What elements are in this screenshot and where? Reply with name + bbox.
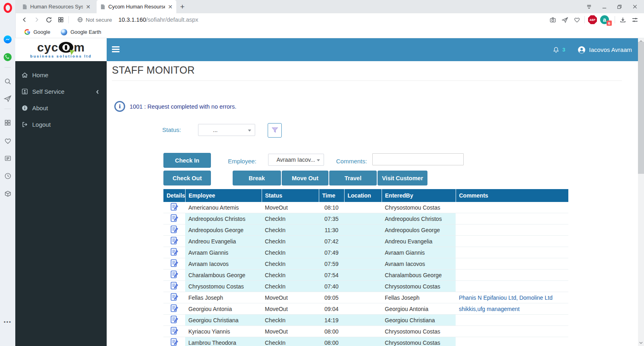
myflow-send-icon[interactable] <box>3 94 12 103</box>
edit-details-icon[interactable] <box>171 282 178 290</box>
scrollbar-thumb[interactable] <box>638 42 644 174</box>
tab-close-icon[interactable]: ✕ <box>86 4 91 10</box>
edit-details-icon[interactable] <box>171 270 178 278</box>
edit-details-icon[interactable] <box>171 225 178 233</box>
row-details-button[interactable] <box>163 236 185 247</box>
staff-row: Chrysostomou CostasCheckIn07:40Chrysosto… <box>163 281 568 292</box>
visit-customer-button[interactable]: Visit Customer <box>378 171 427 185</box>
download-icon[interactable] <box>617 14 629 25</box>
restore-icon[interactable] <box>612 0 627 13</box>
sidebar-item-home[interactable]: Home <box>15 67 107 83</box>
close-icon[interactable] <box>627 0 642 13</box>
status-select[interactable]: ... <box>198 124 255 136</box>
cell-enteredby: Fellas Joseph <box>382 292 456 303</box>
back-icon[interactable] <box>19 14 31 25</box>
cycom-logo[interactable]: cyc m business solutions ltd <box>15 38 107 61</box>
reload-icon[interactable] <box>43 14 55 25</box>
tab-close-icon[interactable]: ✕ <box>168 4 173 10</box>
cell-enteredby: Andreopoulos Christos <box>382 213 456 224</box>
edit-details-icon[interactable] <box>171 237 178 245</box>
row-details-button[interactable] <box>163 292 185 303</box>
chevron-left-icon <box>94 89 101 95</box>
favorite-heart-icon[interactable] <box>571 14 583 25</box>
tune-icon[interactable] <box>629 14 641 25</box>
cell-status: CheckIn <box>262 337 319 346</box>
bookmarks-heart-icon[interactable] <box>3 136 12 145</box>
address-bar[interactable]: Not secure 10.3.1.160/sofiahr/default.as… <box>77 16 547 23</box>
row-details-button[interactable] <box>163 213 185 224</box>
notifications-button[interactable]: 3 <box>553 46 565 54</box>
cell-status: CheckIn <box>262 270 319 281</box>
avast-extension-icon[interactable]: a6 <box>599 14 611 25</box>
row-details-button[interactable] <box>163 315 185 326</box>
filter-button[interactable] <box>268 123 282 138</box>
adblock-extension-icon[interactable]: ABP <box>586 14 599 25</box>
tab-search-icon[interactable] <box>581 0 597 13</box>
extensions-box-icon[interactable] <box>3 189 12 198</box>
employee-label: Employee: <box>227 158 256 165</box>
opera-logo[interactable] <box>4 3 12 13</box>
edit-details-icon[interactable] <box>171 304 178 312</box>
travel-button[interactable]: Travel <box>329 171 377 185</box>
row-details-button[interactable] <box>163 270 185 281</box>
edit-details-icon[interactable] <box>171 248 178 256</box>
news-icon[interactable] <box>3 154 12 163</box>
break-button[interactable]: Break <box>233 171 281 185</box>
tab-hr-system[interactable]: Human Resources System - ✕ <box>19 0 94 13</box>
edit-details-icon[interactable] <box>171 259 178 267</box>
cell-time: 07:35 <box>319 213 344 224</box>
history-clock-icon[interactable] <box>3 171 12 180</box>
hamburger-menu-icon[interactable] <box>112 46 120 52</box>
minimize-icon[interactable] <box>597 0 612 13</box>
self-service-icon <box>21 88 28 95</box>
whatsapp-icon[interactable] <box>3 53 12 62</box>
row-details-button[interactable] <box>163 258 185 270</box>
edit-details-icon[interactable] <box>171 214 178 222</box>
staff-row: Americanou ArtemisMoveOut08:10Chrysostom… <box>163 202 568 213</box>
row-details-button[interactable] <box>163 247 185 258</box>
scroll-down-icon[interactable] <box>638 340 644 345</box>
staff-row: Kyriacou YiannisMoveOut08:00Chrysostomou… <box>163 326 568 337</box>
forward-icon[interactable] <box>31 14 43 25</box>
col-comments: Comments <box>456 189 568 202</box>
snapshot-camera-icon[interactable] <box>547 14 559 25</box>
cell-comments <box>456 315 568 326</box>
check-out-button[interactable]: Check Out <box>163 171 211 185</box>
edit-details-icon[interactable] <box>171 338 178 346</box>
sidebar-item-about[interactable]: About <box>15 100 107 116</box>
edit-details-icon[interactable] <box>171 315 178 323</box>
user-avatar-icon <box>578 46 586 54</box>
tab-cycom-hr[interactable]: Cycom Human Resourses 2 ✕ <box>97 0 176 13</box>
new-tab-button[interactable]: + <box>176 0 188 13</box>
speed-dial-icon[interactable] <box>3 118 12 127</box>
row-details-button[interactable] <box>163 281 185 292</box>
edit-details-icon[interactable] <box>171 203 178 211</box>
comments-input[interactable] <box>372 153 464 165</box>
sidebar-item-logout[interactable]: Logout <box>15 116 107 133</box>
url-host: 10.3.1.160 <box>118 16 146 23</box>
edit-details-icon[interactable] <box>171 293 178 301</box>
send-icon[interactable] <box>559 14 571 25</box>
sidebar-item-self-service[interactable]: Self Service <box>15 83 107 100</box>
user-menu[interactable]: Iacovos Avraam <box>578 46 632 54</box>
url-text[interactable]: 10.3.1.160/sofiahr/default.aspx <box>118 16 198 23</box>
cell-comments <box>456 247 568 258</box>
bookmark-google[interactable]: Google <box>24 29 50 35</box>
row-details-button[interactable] <box>163 337 185 346</box>
bookmark-google-earth[interactable]: Google Earth <box>61 29 101 35</box>
security-label[interactable]: Not secure <box>86 17 112 23</box>
staff-monitor-page: STAFF MONITOR i 1001 : Request completed… <box>107 61 638 346</box>
search-icon[interactable] <box>3 77 12 86</box>
messenger-icon[interactable] <box>3 35 12 44</box>
row-details-button[interactable] <box>163 303 185 315</box>
employee-select[interactable]: Avraam Iacov... <box>268 154 324 166</box>
row-details-button[interactable] <box>163 326 185 337</box>
tab-grid-icon[interactable] <box>55 14 67 25</box>
move-out-button[interactable]: Move Out <box>282 171 328 185</box>
edit-details-icon[interactable] <box>171 327 178 335</box>
more-dots-icon[interactable]: ••• <box>3 319 12 325</box>
check-in-button[interactable]: Check In <box>163 153 211 168</box>
row-details-button[interactable] <box>163 202 185 213</box>
page-scrollbar[interactable] <box>638 38 644 346</box>
row-details-button[interactable] <box>163 224 185 236</box>
